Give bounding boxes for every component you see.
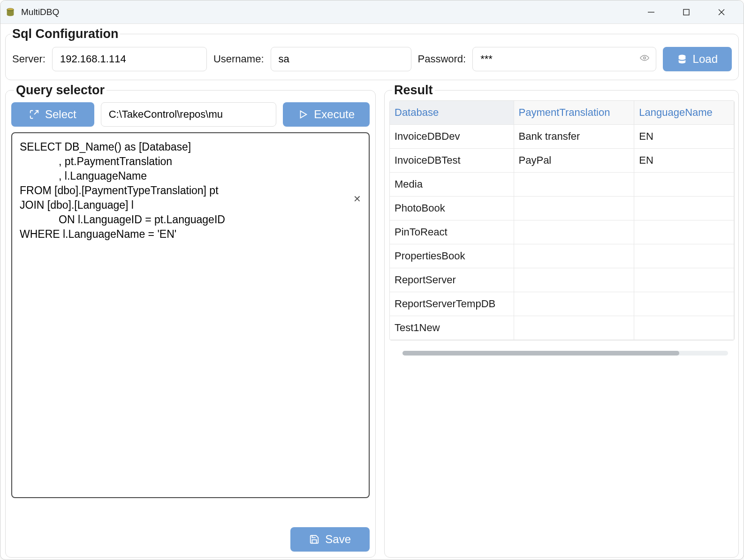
column-header[interactable]: PaymentTranslation <box>514 101 634 125</box>
load-button-label: Load <box>693 53 718 66</box>
app-window: MultiDBQ Sql Configuration Server: Usern… <box>0 0 744 560</box>
table-row[interactable]: PhotoBook <box>390 197 734 220</box>
svg-point-6 <box>643 57 645 59</box>
result-panel: Result Database PaymentTranslation Langu… <box>384 83 739 558</box>
title-bar-left: MultiDBQ <box>5 7 59 17</box>
cell <box>634 316 734 340</box>
sql-config-legend: Sql Configuration <box>10 27 120 41</box>
cell <box>634 292 734 316</box>
svg-point-8 <box>678 55 685 58</box>
execute-button[interactable]: Execute <box>283 102 370 127</box>
cell: Media <box>390 173 514 197</box>
table-row[interactable]: Media <box>390 173 734 197</box>
cell <box>634 220 734 244</box>
close-icon <box>718 8 725 16</box>
cell: InvoiceDBDev <box>390 125 514 149</box>
table-row[interactable]: ReportServer <box>390 268 734 292</box>
cell: PinToReact <box>390 220 514 244</box>
svg-marker-9 <box>301 111 307 118</box>
result-grid[interactable]: Database PaymentTranslation LanguageName… <box>389 100 735 341</box>
database-icon <box>677 54 687 64</box>
server-input[interactable] <box>52 47 207 71</box>
username-input[interactable] <box>271 47 411 71</box>
table-row[interactable]: Test1New <box>390 316 734 340</box>
table-row[interactable]: InvoiceDBDev Bank transfer EN <box>390 125 734 149</box>
server-label: Server: <box>12 53 46 65</box>
maximize-button[interactable] <box>668 0 704 24</box>
password-label: Password: <box>418 53 466 65</box>
column-header[interactable]: Database <box>390 101 514 125</box>
select-file-icon <box>29 109 39 120</box>
scrollbar-thumb[interactable] <box>402 351 679 356</box>
minimize-icon <box>647 8 655 16</box>
cell: Bank transfer <box>514 125 634 149</box>
clear-sql-icon[interactable]: ✕ <box>353 193 361 204</box>
cell: InvoiceDBTest <box>390 149 514 173</box>
svg-rect-3 <box>683 9 689 15</box>
content-area: Sql Configuration Server: Username: Pass… <box>0 24 744 560</box>
window-controls <box>633 0 739 24</box>
table-row[interactable]: ReportServerTempDB <box>390 292 734 316</box>
save-icon <box>309 534 319 545</box>
select-button[interactable]: Select <box>11 102 94 127</box>
sql-config-row: Server: Username: Password: Load <box>12 47 732 71</box>
username-label: Username: <box>213 53 264 65</box>
sql-editor[interactable] <box>11 132 370 498</box>
horizontal-scrollbar[interactable] <box>402 351 728 356</box>
load-button[interactable]: Load <box>663 47 732 71</box>
password-wrap <box>472 47 656 71</box>
sql-editor-wrap: ✕ <box>11 132 370 522</box>
cell <box>514 292 634 316</box>
cell <box>514 316 634 340</box>
window-title: MultiDBQ <box>21 7 59 17</box>
password-input[interactable] <box>472 47 656 71</box>
column-header[interactable]: LanguageName <box>634 101 734 125</box>
cell <box>634 197 734 220</box>
body-row: Query selector Select Execute ✕ <box>5 83 739 558</box>
cell <box>514 244 634 268</box>
cell: Test1New <box>390 316 514 340</box>
select-button-label: Select <box>45 108 76 121</box>
file-path-input[interactable] <box>101 102 277 127</box>
save-button-label: Save <box>325 533 351 546</box>
table-row[interactable]: PinToReact <box>390 220 734 244</box>
app-icon <box>5 7 15 17</box>
result-legend: Result <box>392 83 435 98</box>
query-legend: Query selector <box>14 83 106 98</box>
cell <box>514 268 634 292</box>
reveal-password-icon[interactable] <box>639 53 650 66</box>
table-row[interactable]: PropertiesBook <box>390 244 734 268</box>
minimize-button[interactable] <box>633 0 668 24</box>
query-panel: Query selector Select Execute ✕ <box>5 83 376 558</box>
save-button[interactable]: Save <box>290 527 370 552</box>
cell: EN <box>634 125 734 149</box>
play-icon <box>298 109 308 120</box>
table-row[interactable]: InvoiceDBTest PayPal EN <box>390 149 734 173</box>
cell <box>634 173 734 197</box>
close-button[interactable] <box>704 0 739 24</box>
cell: ReportServerTempDB <box>390 292 514 316</box>
cell: EN <box>634 149 734 173</box>
sql-config-group: Sql Configuration Server: Username: Pass… <box>5 27 739 80</box>
cell <box>634 268 734 292</box>
cell <box>514 173 634 197</box>
cell: ReportServer <box>390 268 514 292</box>
cell <box>514 220 634 244</box>
cell: PropertiesBook <box>390 244 514 268</box>
cell: PhotoBook <box>390 197 514 220</box>
selector-row: Select Execute <box>11 102 370 127</box>
save-row: Save <box>11 527 370 552</box>
title-bar: MultiDBQ <box>0 0 744 24</box>
execute-button-label: Execute <box>314 108 355 121</box>
cell <box>514 197 634 220</box>
cell: PayPal <box>514 149 634 173</box>
cell <box>634 244 734 268</box>
maximize-icon <box>683 8 690 16</box>
